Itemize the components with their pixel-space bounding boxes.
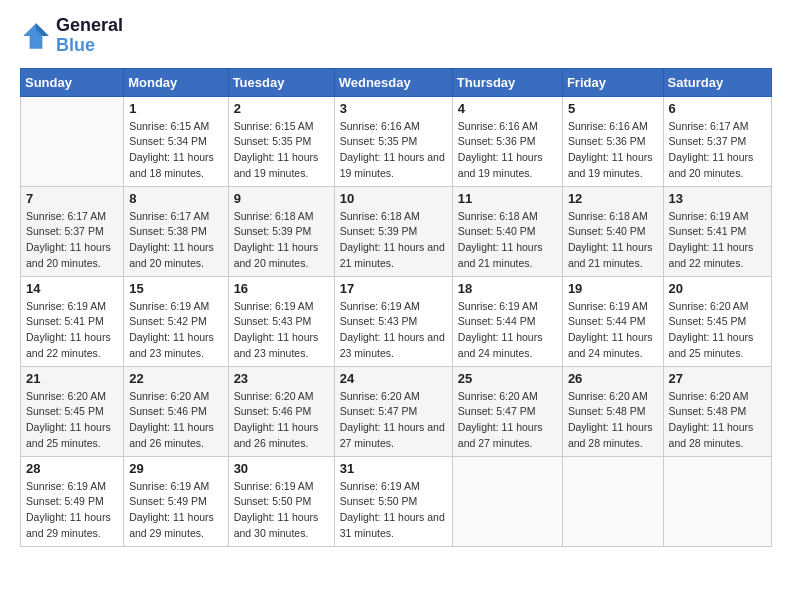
calendar-cell: 8Sunrise: 6:17 AMSunset: 5:38 PMDaylight… bbox=[124, 186, 228, 276]
day-number: 15 bbox=[129, 281, 222, 296]
calendar-cell: 25Sunrise: 6:20 AMSunset: 5:47 PMDayligh… bbox=[452, 366, 562, 456]
day-info: Sunrise: 6:19 AMSunset: 5:50 PMDaylight:… bbox=[234, 479, 329, 542]
day-info: Sunrise: 6:18 AMSunset: 5:40 PMDaylight:… bbox=[568, 209, 658, 272]
calendar-header: SundayMondayTuesdayWednesdayThursdayFrid… bbox=[21, 68, 772, 96]
weekday-header: Thursday bbox=[452, 68, 562, 96]
day-info: Sunrise: 6:20 AMSunset: 5:46 PMDaylight:… bbox=[234, 389, 329, 452]
day-info: Sunrise: 6:17 AMSunset: 5:37 PMDaylight:… bbox=[669, 119, 766, 182]
day-number: 5 bbox=[568, 101, 658, 116]
day-number: 6 bbox=[669, 101, 766, 116]
day-number: 20 bbox=[669, 281, 766, 296]
day-number: 8 bbox=[129, 191, 222, 206]
day-number: 25 bbox=[458, 371, 557, 386]
day-number: 1 bbox=[129, 101, 222, 116]
calendar-week-row: 7Sunrise: 6:17 AMSunset: 5:37 PMDaylight… bbox=[21, 186, 772, 276]
day-info: Sunrise: 6:20 AMSunset: 5:45 PMDaylight:… bbox=[669, 299, 766, 362]
day-info: Sunrise: 6:19 AMSunset: 5:42 PMDaylight:… bbox=[129, 299, 222, 362]
day-info: Sunrise: 6:15 AMSunset: 5:35 PMDaylight:… bbox=[234, 119, 329, 182]
logo: General Blue bbox=[20, 16, 123, 56]
day-number: 21 bbox=[26, 371, 118, 386]
calendar: SundayMondayTuesdayWednesdayThursdayFrid… bbox=[20, 68, 772, 547]
calendar-cell: 7Sunrise: 6:17 AMSunset: 5:37 PMDaylight… bbox=[21, 186, 124, 276]
day-number: 26 bbox=[568, 371, 658, 386]
logo-icon bbox=[20, 20, 52, 52]
weekday-header: Wednesday bbox=[334, 68, 452, 96]
page: General Blue SundayMondayTuesdayWednesda… bbox=[0, 0, 792, 563]
logo-line2: Blue bbox=[56, 36, 123, 56]
calendar-cell: 31Sunrise: 6:19 AMSunset: 5:50 PMDayligh… bbox=[334, 456, 452, 546]
calendar-cell: 6Sunrise: 6:17 AMSunset: 5:37 PMDaylight… bbox=[663, 96, 771, 186]
day-info: Sunrise: 6:19 AMSunset: 5:49 PMDaylight:… bbox=[129, 479, 222, 542]
calendar-cell: 19Sunrise: 6:19 AMSunset: 5:44 PMDayligh… bbox=[562, 276, 663, 366]
calendar-cell: 11Sunrise: 6:18 AMSunset: 5:40 PMDayligh… bbox=[452, 186, 562, 276]
logo-text: General Blue bbox=[56, 16, 123, 56]
calendar-cell: 23Sunrise: 6:20 AMSunset: 5:46 PMDayligh… bbox=[228, 366, 334, 456]
day-info: Sunrise: 6:19 AMSunset: 5:41 PMDaylight:… bbox=[669, 209, 766, 272]
calendar-cell: 26Sunrise: 6:20 AMSunset: 5:48 PMDayligh… bbox=[562, 366, 663, 456]
calendar-cell: 18Sunrise: 6:19 AMSunset: 5:44 PMDayligh… bbox=[452, 276, 562, 366]
calendar-cell bbox=[21, 96, 124, 186]
calendar-cell: 9Sunrise: 6:18 AMSunset: 5:39 PMDaylight… bbox=[228, 186, 334, 276]
calendar-cell: 13Sunrise: 6:19 AMSunset: 5:41 PMDayligh… bbox=[663, 186, 771, 276]
calendar-cell: 14Sunrise: 6:19 AMSunset: 5:41 PMDayligh… bbox=[21, 276, 124, 366]
day-info: Sunrise: 6:16 AMSunset: 5:35 PMDaylight:… bbox=[340, 119, 447, 182]
day-number: 3 bbox=[340, 101, 447, 116]
day-info: Sunrise: 6:19 AMSunset: 5:43 PMDaylight:… bbox=[340, 299, 447, 362]
calendar-cell: 30Sunrise: 6:19 AMSunset: 5:50 PMDayligh… bbox=[228, 456, 334, 546]
day-info: Sunrise: 6:17 AMSunset: 5:38 PMDaylight:… bbox=[129, 209, 222, 272]
day-info: Sunrise: 6:18 AMSunset: 5:39 PMDaylight:… bbox=[340, 209, 447, 272]
day-info: Sunrise: 6:19 AMSunset: 5:49 PMDaylight:… bbox=[26, 479, 118, 542]
calendar-cell: 5Sunrise: 6:16 AMSunset: 5:36 PMDaylight… bbox=[562, 96, 663, 186]
calendar-cell: 20Sunrise: 6:20 AMSunset: 5:45 PMDayligh… bbox=[663, 276, 771, 366]
day-info: Sunrise: 6:16 AMSunset: 5:36 PMDaylight:… bbox=[458, 119, 557, 182]
day-info: Sunrise: 6:20 AMSunset: 5:48 PMDaylight:… bbox=[568, 389, 658, 452]
day-number: 23 bbox=[234, 371, 329, 386]
day-number: 9 bbox=[234, 191, 329, 206]
calendar-cell: 15Sunrise: 6:19 AMSunset: 5:42 PMDayligh… bbox=[124, 276, 228, 366]
day-info: Sunrise: 6:17 AMSunset: 5:37 PMDaylight:… bbox=[26, 209, 118, 272]
weekday-row: SundayMondayTuesdayWednesdayThursdayFrid… bbox=[21, 68, 772, 96]
calendar-cell: 3Sunrise: 6:16 AMSunset: 5:35 PMDaylight… bbox=[334, 96, 452, 186]
calendar-cell: 12Sunrise: 6:18 AMSunset: 5:40 PMDayligh… bbox=[562, 186, 663, 276]
calendar-cell: 1Sunrise: 6:15 AMSunset: 5:34 PMDaylight… bbox=[124, 96, 228, 186]
day-info: Sunrise: 6:20 AMSunset: 5:45 PMDaylight:… bbox=[26, 389, 118, 452]
calendar-cell: 10Sunrise: 6:18 AMSunset: 5:39 PMDayligh… bbox=[334, 186, 452, 276]
day-number: 28 bbox=[26, 461, 118, 476]
day-info: Sunrise: 6:18 AMSunset: 5:40 PMDaylight:… bbox=[458, 209, 557, 272]
calendar-cell bbox=[562, 456, 663, 546]
calendar-cell bbox=[452, 456, 562, 546]
day-info: Sunrise: 6:19 AMSunset: 5:43 PMDaylight:… bbox=[234, 299, 329, 362]
day-number: 4 bbox=[458, 101, 557, 116]
day-number: 18 bbox=[458, 281, 557, 296]
day-number: 30 bbox=[234, 461, 329, 476]
calendar-cell: 24Sunrise: 6:20 AMSunset: 5:47 PMDayligh… bbox=[334, 366, 452, 456]
day-info: Sunrise: 6:19 AMSunset: 5:50 PMDaylight:… bbox=[340, 479, 447, 542]
day-number: 10 bbox=[340, 191, 447, 206]
calendar-body: 1Sunrise: 6:15 AMSunset: 5:34 PMDaylight… bbox=[21, 96, 772, 546]
day-number: 29 bbox=[129, 461, 222, 476]
calendar-cell bbox=[663, 456, 771, 546]
calendar-week-row: 28Sunrise: 6:19 AMSunset: 5:49 PMDayligh… bbox=[21, 456, 772, 546]
day-info: Sunrise: 6:20 AMSunset: 5:46 PMDaylight:… bbox=[129, 389, 222, 452]
day-number: 13 bbox=[669, 191, 766, 206]
day-info: Sunrise: 6:19 AMSunset: 5:44 PMDaylight:… bbox=[458, 299, 557, 362]
calendar-cell: 17Sunrise: 6:19 AMSunset: 5:43 PMDayligh… bbox=[334, 276, 452, 366]
day-number: 24 bbox=[340, 371, 447, 386]
day-number: 11 bbox=[458, 191, 557, 206]
day-number: 16 bbox=[234, 281, 329, 296]
day-info: Sunrise: 6:15 AMSunset: 5:34 PMDaylight:… bbox=[129, 119, 222, 182]
calendar-cell: 22Sunrise: 6:20 AMSunset: 5:46 PMDayligh… bbox=[124, 366, 228, 456]
calendar-week-row: 1Sunrise: 6:15 AMSunset: 5:34 PMDaylight… bbox=[21, 96, 772, 186]
calendar-cell: 4Sunrise: 6:16 AMSunset: 5:36 PMDaylight… bbox=[452, 96, 562, 186]
calendar-week-row: 21Sunrise: 6:20 AMSunset: 5:45 PMDayligh… bbox=[21, 366, 772, 456]
weekday-header: Saturday bbox=[663, 68, 771, 96]
day-info: Sunrise: 6:20 AMSunset: 5:47 PMDaylight:… bbox=[340, 389, 447, 452]
day-info: Sunrise: 6:19 AMSunset: 5:44 PMDaylight:… bbox=[568, 299, 658, 362]
weekday-header: Friday bbox=[562, 68, 663, 96]
day-info: Sunrise: 6:18 AMSunset: 5:39 PMDaylight:… bbox=[234, 209, 329, 272]
header: General Blue bbox=[20, 16, 772, 56]
calendar-cell: 21Sunrise: 6:20 AMSunset: 5:45 PMDayligh… bbox=[21, 366, 124, 456]
day-number: 27 bbox=[669, 371, 766, 386]
weekday-header: Tuesday bbox=[228, 68, 334, 96]
calendar-week-row: 14Sunrise: 6:19 AMSunset: 5:41 PMDayligh… bbox=[21, 276, 772, 366]
